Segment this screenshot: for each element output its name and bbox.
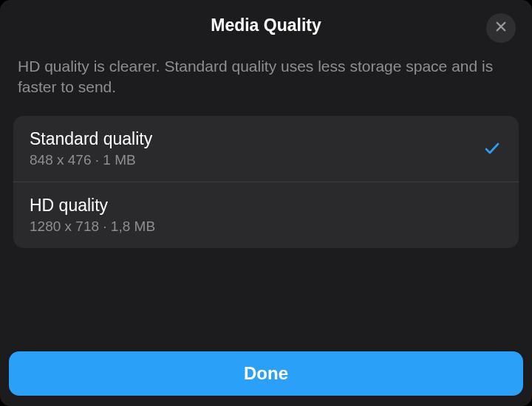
- sheet-description: HD quality is clearer. Standard quality …: [0, 50, 532, 116]
- option-standard-quality[interactable]: Standard quality 848 x 476 · 1 MB: [13, 116, 519, 182]
- close-button[interactable]: [486, 13, 516, 43]
- quality-options-group: Standard quality 848 x 476 · 1 MB HD qua…: [13, 116, 519, 248]
- close-icon: [494, 20, 508, 36]
- option-detail: 1280 x 718 · 1,8 MB: [30, 219, 155, 235]
- option-hd-quality[interactable]: HD quality 1280 x 718 · 1,8 MB: [13, 182, 519, 248]
- sheet-title: Media Quality: [211, 16, 321, 35]
- option-text: HD quality 1280 x 718 · 1,8 MB: [30, 196, 155, 235]
- option-detail: 848 x 476 · 1 MB: [30, 152, 152, 168]
- media-quality-sheet: Media Quality HD quality is clearer. Sta…: [0, 0, 532, 406]
- option-label: HD quality: [30, 196, 155, 216]
- sheet-header: Media Quality: [0, 0, 532, 50]
- option-text: Standard quality 848 x 476 · 1 MB: [30, 129, 152, 168]
- done-button-label: Done: [244, 363, 288, 384]
- done-button[interactable]: Done: [9, 351, 523, 396]
- checkmark-icon: [482, 138, 502, 159]
- option-label: Standard quality: [30, 129, 152, 149]
